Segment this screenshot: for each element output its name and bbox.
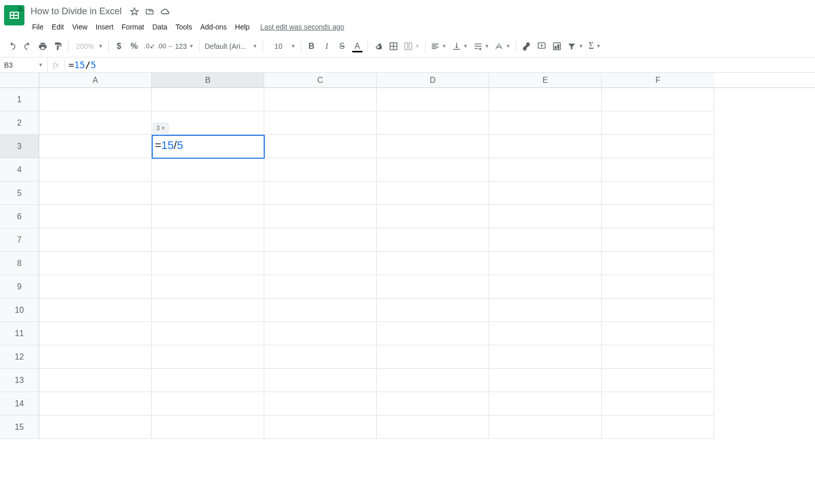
cell-D14[interactable] <box>377 392 489 416</box>
cell-C2[interactable] <box>264 111 377 135</box>
cell-D10[interactable] <box>377 299 489 322</box>
cell-F2[interactable] <box>602 111 714 135</box>
undo-icon[interactable] <box>5 39 19 53</box>
cell-F12[interactable] <box>602 345 714 369</box>
row-header-12[interactable]: 12 <box>0 345 39 369</box>
sheets-logo-icon[interactable] <box>4 5 24 25</box>
move-icon[interactable] <box>145 7 154 16</box>
cell-A5[interactable] <box>39 182 152 205</box>
number-format-dropdown[interactable]: 123▼ <box>173 42 196 50</box>
row-header-11[interactable]: 11 <box>0 322 39 345</box>
cell-A1[interactable] <box>39 88 152 111</box>
cell-F1[interactable] <box>602 88 714 111</box>
cell-A9[interactable] <box>39 275 152 299</box>
cell-F3[interactable] <box>602 135 714 158</box>
cell-F4[interactable] <box>602 158 714 182</box>
cell-B1[interactable] <box>152 88 264 111</box>
cell-B6[interactable] <box>152 205 264 228</box>
menu-tools[interactable]: Tools <box>172 21 196 33</box>
formula-input[interactable]: =15/5 <box>65 60 815 70</box>
cell-E9[interactable] <box>489 275 602 299</box>
cell-D9[interactable] <box>377 275 489 299</box>
cell-E1[interactable] <box>489 88 602 111</box>
cell-D12[interactable] <box>377 345 489 369</box>
cell-A7[interactable] <box>39 228 152 252</box>
row-header-1[interactable]: 1 <box>0 88 39 111</box>
cell-E10[interactable] <box>489 299 602 322</box>
cell-E14[interactable] <box>489 392 602 416</box>
cell-C15[interactable] <box>264 416 377 439</box>
cell-E5[interactable] <box>489 182 602 205</box>
cell-A14[interactable] <box>39 392 152 416</box>
row-header-13[interactable]: 13 <box>0 369 39 392</box>
cell-F7[interactable] <box>602 228 714 252</box>
name-box[interactable]: B3 ▼ <box>0 57 48 72</box>
cell-D2[interactable] <box>377 111 489 135</box>
cell-B14[interactable] <box>152 392 264 416</box>
cell-A15[interactable] <box>39 416 152 439</box>
cell-D7[interactable] <box>377 228 489 252</box>
cell-A11[interactable] <box>39 322 152 345</box>
cell-B9[interactable] <box>152 275 264 299</box>
col-header-b[interactable]: B <box>152 73 264 87</box>
row-header-2[interactable]: 2 <box>0 111 39 135</box>
cell-A3[interactable] <box>39 135 152 158</box>
row-header-5[interactable]: 5 <box>0 182 39 205</box>
doc-title[interactable]: How to Divide in Excel <box>29 5 124 18</box>
insert-chart-icon[interactable] <box>550 39 564 53</box>
cell-E15[interactable] <box>489 416 602 439</box>
cell-F11[interactable] <box>602 322 714 345</box>
cell-B8[interactable] <box>152 252 264 275</box>
cell-C6[interactable] <box>264 205 377 228</box>
cell-E12[interactable] <box>489 345 602 369</box>
cell-B15[interactable] <box>152 416 264 439</box>
name-box-dropdown-icon[interactable]: ▼ <box>38 62 43 68</box>
cell-E7[interactable] <box>489 228 602 252</box>
cell-E4[interactable] <box>489 158 602 182</box>
star-icon[interactable] <box>130 7 139 16</box>
cell-D3[interactable] <box>377 135 489 158</box>
cell-D8[interactable] <box>377 252 489 275</box>
zoom-dropdown[interactable]: 200%▼ <box>72 42 105 50</box>
menu-view[interactable]: View <box>69 21 91 33</box>
cell-D5[interactable] <box>377 182 489 205</box>
cell-F6[interactable] <box>602 205 714 228</box>
cell-B13[interactable] <box>152 369 264 392</box>
insert-comment-icon[interactable] <box>535 39 549 53</box>
redo-icon[interactable] <box>20 39 35 53</box>
cell-C3[interactable] <box>264 135 377 158</box>
cell-E13[interactable] <box>489 369 602 392</box>
borders-icon[interactable] <box>386 39 401 53</box>
cell-C1[interactable] <box>264 88 377 111</box>
cell-F9[interactable] <box>602 275 714 299</box>
row-header-15[interactable]: 15 <box>0 416 39 439</box>
cell-A2[interactable] <box>39 111 152 135</box>
row-header-3[interactable]: 3 <box>0 135 39 158</box>
cell-C4[interactable] <box>264 158 377 182</box>
cell-B7[interactable] <box>152 228 264 252</box>
cell-F5[interactable] <box>602 182 714 205</box>
horizontal-align-dropdown[interactable]: ▼ <box>429 42 449 51</box>
cell-B2[interactable] <box>152 111 264 135</box>
last-edit-link[interactable]: Last edit was seconds ago <box>260 23 344 31</box>
row-header-9[interactable]: 9 <box>0 275 39 299</box>
menu-insert[interactable]: Insert <box>92 21 117 33</box>
cell-C7[interactable] <box>264 228 377 252</box>
active-cell[interactable]: =15/5 <box>152 135 265 159</box>
cell-C10[interactable] <box>264 299 377 322</box>
col-header-e[interactable]: E <box>489 73 602 87</box>
increase-decimal-icon[interactable]: .00→ <box>158 39 172 53</box>
cell-D15[interactable] <box>377 416 489 439</box>
row-header-6[interactable]: 6 <box>0 205 39 228</box>
select-all-corner[interactable] <box>0 73 39 87</box>
percent-icon[interactable]: % <box>127 39 142 53</box>
cell-B4[interactable] <box>152 158 264 182</box>
cell-E11[interactable] <box>489 322 602 345</box>
row-header-4[interactable]: 4 <box>0 158 39 182</box>
row-header-14[interactable]: 14 <box>0 392 39 416</box>
cell-A4[interactable] <box>39 158 152 182</box>
cell-A13[interactable] <box>39 369 152 392</box>
cell-A12[interactable] <box>39 345 152 369</box>
merge-cells-dropdown[interactable]: ▼ <box>402 42 422 51</box>
cell-E3[interactable] <box>489 135 602 158</box>
